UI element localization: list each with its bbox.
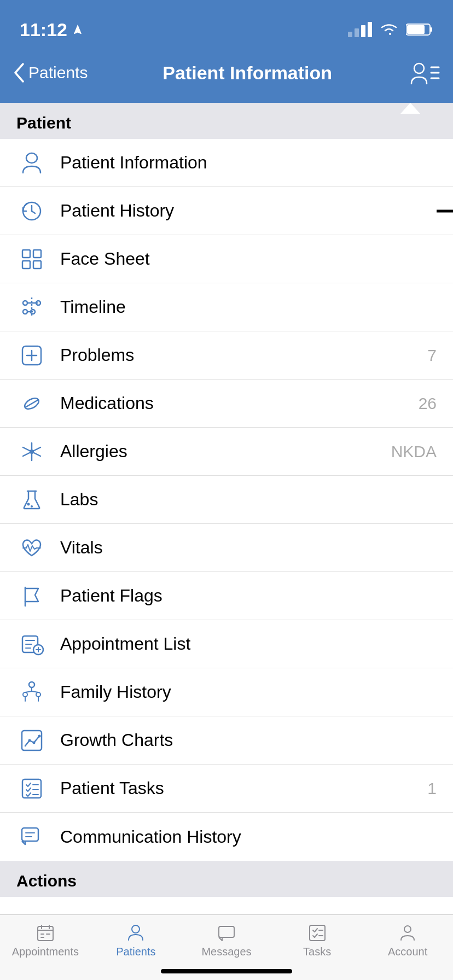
grid-icon (16, 244, 47, 275)
battery-icon (406, 22, 433, 37)
status-time: 11:12 (20, 19, 67, 40)
svg-point-48 (36, 692, 40, 697)
status-icons (348, 22, 433, 37)
tasks-icon (16, 773, 47, 804)
patients-tab-icon (125, 923, 146, 943)
svg-point-57 (38, 734, 41, 737)
menu-item-appointment-list[interactable]: Appointment List (0, 620, 453, 668)
nav-title: Patient Information (162, 62, 332, 84)
menu-label-patient-flags: Patient Flags (60, 586, 437, 606)
menu-item-vitals[interactable]: Vitals (0, 524, 453, 572)
svg-point-19 (23, 301, 27, 305)
menu-item-problems[interactable]: Problems 7 (0, 331, 453, 380)
tab-patients[interactable]: Patients (91, 923, 182, 958)
svg-point-46 (29, 682, 34, 687)
svg-rect-15 (22, 250, 30, 258)
menu-item-family-history[interactable]: Family History (0, 668, 453, 716)
patient-menu-list: Patient Information Patient History (0, 139, 453, 861)
menu-label-face-sheet: Face Sheet (60, 249, 437, 269)
svg-rect-1 (355, 28, 359, 37)
svg-point-34 (30, 450, 34, 454)
back-label: Patients (28, 63, 88, 82)
signal-icon (348, 22, 372, 37)
svg-point-56 (33, 741, 36, 744)
menu-label-patient-history: Patient History (60, 201, 437, 221)
svg-rect-74 (219, 926, 234, 937)
svg-rect-17 (22, 261, 30, 269)
tab-tasks-label: Tasks (303, 946, 331, 958)
menu-item-labs[interactable]: Labs (0, 476, 453, 524)
menu-item-patient-flags[interactable]: Patient Flags (0, 572, 453, 620)
menu-item-growth-charts[interactable]: Growth Charts (0, 716, 453, 765)
menu-label-patient-tasks: Patient Tasks (60, 778, 427, 798)
menu-label-growth-charts: Growth Charts (60, 730, 437, 750)
tasks-tab-icon (307, 923, 328, 943)
menu-item-allergies[interactable]: Allergies NKDA (0, 428, 453, 476)
tab-messages[interactable]: Messages (181, 923, 272, 958)
tab-appointments[interactable]: Appointments (0, 923, 91, 958)
nav-bar: Patients Patient Information (0, 48, 453, 103)
menu-label-communication-history: Communication History (60, 827, 437, 847)
menu-item-face-sheet[interactable]: Face Sheet (0, 235, 453, 283)
svg-rect-75 (310, 925, 325, 941)
svg-rect-66 (38, 926, 53, 941)
back-button[interactable]: Patients (13, 63, 88, 83)
svg-rect-0 (348, 32, 352, 37)
badge-patient-tasks: 1 (427, 779, 437, 798)
messages-tab-icon (216, 923, 237, 943)
svg-rect-3 (368, 22, 372, 37)
appointments-tab-icon (35, 923, 56, 943)
svg-rect-18 (33, 261, 41, 269)
dropdown-triangle (400, 103, 420, 114)
person-icon (16, 148, 47, 178)
menu-label-medications: Medications (60, 393, 419, 413)
heart-icon (16, 533, 47, 563)
badge-allergies: NKDA (391, 442, 437, 461)
location-arrow-icon (72, 24, 84, 36)
menu-item-timeline[interactable]: Timeline (0, 283, 453, 331)
svg-line-50 (25, 691, 32, 692)
tab-patients-label: Patients (116, 946, 155, 958)
menu-label-timeline: Timeline (60, 297, 437, 317)
tab-tasks[interactable]: Tasks (272, 923, 363, 958)
growth-icon (16, 725, 47, 756)
tab-messages-label: Messages (201, 946, 251, 958)
page-content: Patient Patient Information (0, 103, 453, 980)
tab-appointments-label: Appointments (12, 946, 79, 958)
nav-right-button[interactable] (407, 60, 440, 86)
plus-medical-icon (16, 340, 47, 371)
menu-label-appointment-list: Appointment List (60, 634, 437, 654)
menu-label-vitals: Vitals (60, 538, 437, 558)
tab-account[interactable]: Account (362, 923, 453, 958)
svg-point-47 (23, 692, 27, 697)
badge-problems: 7 (427, 346, 437, 365)
menu-item-patient-information[interactable]: Patient Information (0, 139, 453, 187)
badge-medications: 26 (419, 394, 437, 413)
svg-point-73 (132, 925, 140, 933)
menu-icon (407, 60, 440, 86)
svg-rect-54 (22, 731, 42, 750)
svg-rect-62 (22, 828, 38, 841)
svg-rect-2 (361, 25, 365, 37)
svg-rect-5 (430, 27, 432, 32)
svg-point-7 (414, 63, 424, 73)
menu-label-family-history: Family History (60, 682, 437, 702)
menu-item-patient-history[interactable]: Patient History (0, 187, 453, 235)
menu-label-labs: Labs (60, 489, 437, 510)
status-time-container: 11:12 (20, 19, 84, 40)
chat-icon (16, 821, 47, 852)
svg-point-36 (27, 503, 30, 505)
menu-item-communication-history[interactable]: Communication History (0, 813, 453, 861)
account-tab-icon (397, 923, 418, 943)
history-icon (16, 196, 47, 226)
tab-account-label: Account (388, 946, 427, 958)
menu-item-patient-tasks[interactable]: Patient Tasks 1 (0, 765, 453, 813)
svg-rect-11 (26, 153, 37, 163)
menu-item-medications[interactable]: Medications 26 (0, 380, 453, 428)
svg-point-37 (31, 505, 33, 508)
section-header-actions: Actions (0, 861, 453, 897)
section-header-patient: Patient (0, 103, 453, 139)
flag-icon (16, 581, 47, 611)
wifi-icon (379, 22, 399, 37)
pill-icon (16, 388, 47, 419)
